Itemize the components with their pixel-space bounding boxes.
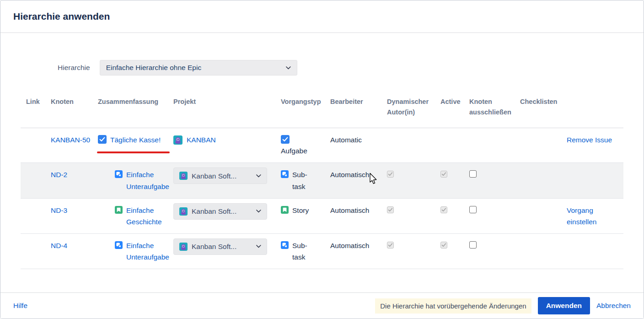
hierarchy-label: Hierarchie: [58, 64, 90, 72]
help-link[interactable]: Hilfe: [13, 302, 27, 310]
summary-checkbox[interactable]: [98, 135, 107, 144]
apply-hierarchy-dialog: Hierarchie anwenden Hierarchie Einfache …: [0, 0, 644, 319]
project-avatar-icon: [179, 172, 188, 180]
apply-button[interactable]: Anwenden: [538, 297, 590, 314]
dialog-header: Hierarchie anwenden: [0, 0, 644, 33]
summary-link[interactable]: Einfache Unteraufgabe: [126, 169, 169, 192]
project-dropdown-value: Kanban Soft...: [192, 205, 236, 217]
annotation-underline: [97, 151, 170, 153]
header-vorgangstyp: Vorgangstyp: [281, 89, 330, 117]
project-dropdown[interactable]: Kanban Soft...: [173, 203, 267, 220]
header-knoten-ausschliessen: Knoten ausschließen: [469, 89, 520, 128]
project-avatar-icon: [173, 135, 182, 145]
subtask-icon: [115, 241, 123, 249]
cancel-button[interactable]: Abbrechen: [596, 302, 631, 310]
active-checkbox: [440, 242, 447, 249]
subtask-icon: [281, 170, 289, 178]
issue-key-link[interactable]: ND-3: [51, 205, 67, 216]
summary-link[interactable]: Einfache Unteraufgabe: [126, 240, 169, 263]
chevron-down-icon: [256, 210, 261, 213]
header-checklisten: Checklisten: [520, 89, 566, 117]
story-icon: [281, 206, 289, 214]
header-knoten: Knoten: [51, 89, 98, 117]
dynamic-author-checkbox: [387, 171, 394, 178]
table-row: ND-2 Einfache Unteraufgabe Kanban Soft..…: [21, 163, 623, 198]
summary-link[interactable]: Tägliche Kasse!: [110, 134, 161, 146]
hierarchy-form-row: Hierarchie Einfache Hierarchie ohne Epic: [58, 60, 644, 76]
project-dropdown-value: Kanban Soft...: [192, 241, 236, 252]
project-cell: Kanban Soft...: [173, 234, 281, 261]
table-row: KANBAN-50 Tägliche Kasse! KANBAN Aufgabe…: [21, 128, 623, 163]
issuetype-label: Sub-task: [292, 240, 315, 263]
issue-key-link[interactable]: ND-2: [51, 169, 67, 180]
set-issue-link[interactable]: Vorgang einstellen: [567, 206, 597, 226]
issuetype-checkbox[interactable]: [281, 135, 290, 144]
remove-issue-link[interactable]: Remove Issue: [567, 136, 612, 144]
header-zusammenfassung: Zusammenfassung: [98, 89, 173, 117]
exclude-node-checkbox[interactable]: [469, 206, 477, 213]
summary-link[interactable]: Einfache Geschichte: [126, 205, 167, 227]
active-checkbox: [440, 171, 447, 178]
issuetype-cell: Story: [281, 199, 330, 222]
project-link[interactable]: KANBAN: [187, 134, 216, 146]
project-dropdown-value: Kanban Soft...: [192, 170, 236, 182]
issue-key-link[interactable]: KANBAN-50: [51, 134, 90, 146]
active-checkbox: [440, 206, 447, 213]
summary-cell: Einfache Unteraufgabe: [98, 163, 173, 198]
summary-cell: Tägliche Kasse!: [98, 128, 173, 151]
assignee-label: Automatisch: [330, 163, 387, 186]
dialog-footer: Hilfe Die Hierarchie hat vorübergehende …: [0, 292, 644, 319]
project-cell: KANBAN: [173, 128, 281, 151]
header-link: Link: [21, 89, 51, 117]
chevron-down-icon: [256, 174, 261, 178]
assignee-label: Automatisch: [330, 199, 387, 222]
hierarchy-selected-value: Einfache Hierarchie ohne Epic: [106, 64, 202, 72]
notice-message: Die Hierarchie hat vorübergehende Änderu…: [375, 298, 531, 314]
issuetype-cell: Sub-task: [281, 234, 330, 269]
subtask-icon: [115, 170, 123, 178]
dynamic-author-checkbox: [387, 242, 394, 249]
assignee-label: Automatic: [330, 128, 387, 151]
header-bearbeiter: Bearbeiter: [330, 89, 387, 117]
issuetype-label: Story: [292, 205, 309, 216]
subtask-icon: [281, 241, 289, 249]
issuetype-label: Sub-task: [292, 169, 315, 192]
issue-key-link[interactable]: ND-4: [51, 240, 67, 251]
dynamic-author-checkbox: [387, 206, 394, 213]
hierarchy-select[interactable]: Einfache Hierarchie ohne Epic: [100, 60, 297, 76]
header-projekt: Projekt: [173, 89, 281, 117]
table-row: ND-4 Einfache Unteraufgabe Kanban Soft..…: [21, 234, 623, 269]
table-header-row: Link Knoten Zusammenfassung Projekt Vorg…: [21, 89, 623, 128]
issuetype-cell: Sub-task: [281, 163, 330, 198]
project-avatar-icon: [179, 207, 188, 216]
chevron-down-icon: [286, 66, 291, 70]
summary-cell: Einfache Unteraufgabe: [98, 234, 173, 269]
project-dropdown[interactable]: Kanban Soft...: [173, 238, 267, 255]
project-cell: Kanban Soft...: [173, 163, 281, 190]
project-dropdown[interactable]: Kanban Soft...: [173, 168, 267, 184]
issuetype-label: Aufgabe: [281, 145, 324, 157]
exclude-node-checkbox[interactable]: [469, 170, 477, 178]
chevron-down-icon: [256, 245, 261, 248]
story-icon: [115, 206, 123, 214]
assignee-label: Automatisch: [330, 234, 387, 257]
header-active: Active: [440, 89, 469, 117]
hierarchy-table: Link Knoten Zusammenfassung Projekt Vorg…: [21, 89, 623, 269]
exclude-node-checkbox[interactable]: [469, 241, 477, 249]
dialog-title: Hierarchie anwenden: [13, 11, 110, 22]
table-row: ND-3 Einfache Geschichte Kanban Soft... …: [21, 199, 623, 234]
project-cell: Kanban Soft...: [173, 199, 281, 226]
header-dynamischer-autor: Dynamischer Autor(in): [387, 89, 440, 128]
summary-cell: Einfache Geschichte: [98, 199, 173, 233]
issuetype-cell: Aufgabe: [281, 128, 330, 162]
project-avatar-icon: [179, 243, 188, 251]
